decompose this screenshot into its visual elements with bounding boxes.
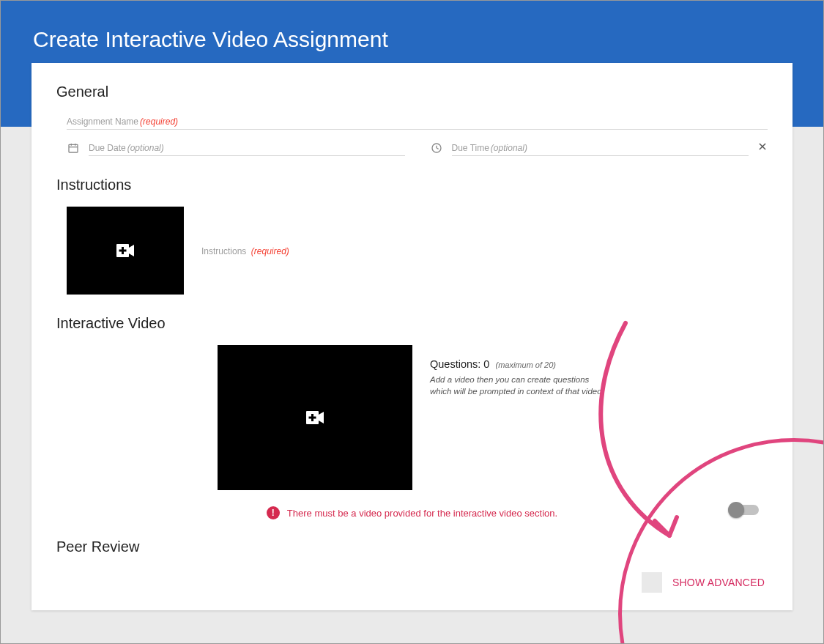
due-date-label: Due Date bbox=[89, 143, 126, 153]
clock-icon bbox=[430, 141, 443, 155]
svg-line-6 bbox=[437, 148, 439, 149]
assignment-name-input[interactable]: Assignment Name (required) bbox=[67, 114, 768, 130]
heading-instructions: Instructions bbox=[56, 177, 768, 193]
due-time-input[interactable]: Due Time (optional) bbox=[452, 140, 749, 156]
questions-max-hint: (maximum of 20) bbox=[495, 360, 556, 369]
peer-review-toggle[interactable] bbox=[731, 505, 759, 515]
form-card: General Assignment Name (required) bbox=[31, 63, 793, 610]
heading-general: General bbox=[56, 84, 768, 100]
section-general: General Assignment Name (required) bbox=[56, 84, 768, 156]
svg-rect-0 bbox=[69, 144, 78, 152]
instructions-required-hint: (required) bbox=[251, 246, 289, 256]
questions-count-line: Questions: 0 (maximum of 20) bbox=[430, 358, 606, 370]
instructions-video-placeholder[interactable] bbox=[67, 207, 184, 295]
show-advanced-button[interactable]: SHOW ADVANCED bbox=[669, 572, 768, 593]
interactive-video-placeholder[interactable] bbox=[218, 345, 412, 490]
clear-due-time-button[interactable] bbox=[757, 141, 768, 155]
calendar-icon bbox=[67, 141, 80, 155]
svg-rect-14 bbox=[309, 417, 316, 419]
section-instructions: Instructions Instructions (required) bbox=[56, 177, 768, 295]
bottom-action-bar: SHOW ADVANCED bbox=[56, 534, 768, 593]
disabled-action-placeholder bbox=[642, 572, 662, 593]
interactive-video-hint: Add a video then you can create question… bbox=[430, 374, 606, 397]
assignment-name-required-hint: (required) bbox=[140, 116, 178, 127]
interactive-video-error: ! There must be a video provided for the… bbox=[56, 506, 768, 519]
video-add-icon bbox=[116, 244, 134, 257]
interactive-video-error-text: There must be a video provided for the i… bbox=[287, 508, 557, 519]
due-date-input[interactable]: Due Date (optional) bbox=[89, 140, 405, 156]
questions-count: 0 bbox=[483, 358, 489, 370]
video-add-icon bbox=[306, 411, 324, 424]
due-time-label: Due Time bbox=[452, 143, 489, 153]
page-title: Create Interactive Video Assignment bbox=[33, 27, 388, 52]
heading-interactive-video: Interactive Video bbox=[56, 315, 768, 332]
section-interactive-video: Interactive Video Questions: 0 (maximum … bbox=[56, 315, 768, 519]
questions-label: Questions: bbox=[430, 358, 480, 370]
instructions-label: Instructions bbox=[201, 246, 246, 256]
error-icon: ! bbox=[267, 506, 280, 519]
due-time-hint: (optional) bbox=[491, 143, 527, 153]
due-date-hint: (optional) bbox=[127, 143, 164, 153]
assignment-name-label: Assignment Name bbox=[67, 116, 138, 127]
svg-rect-11 bbox=[119, 250, 127, 252]
